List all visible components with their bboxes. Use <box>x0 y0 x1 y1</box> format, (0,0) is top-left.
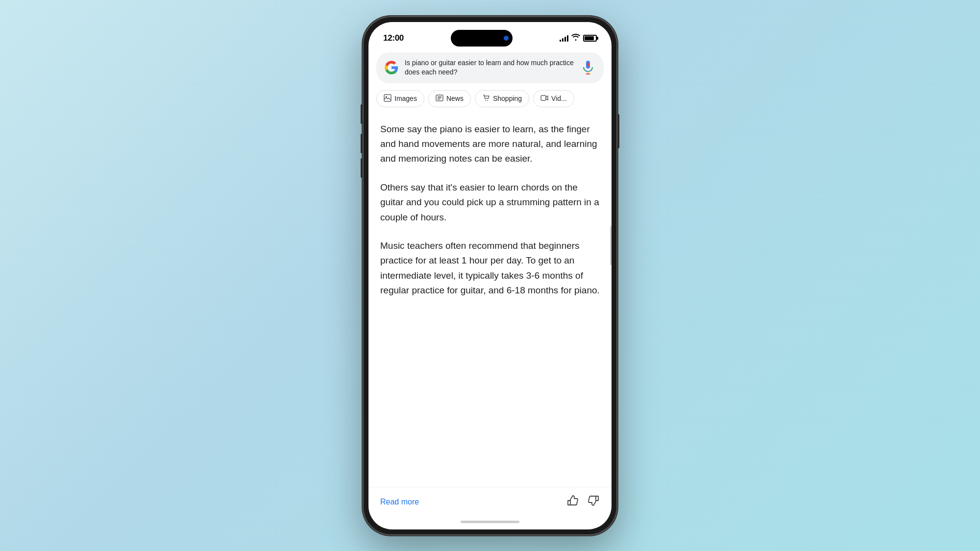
thumbs-down-icon[interactable] <box>587 494 600 510</box>
content-area: Is piano or guitar easier to learn and h… <box>368 48 612 529</box>
phone-wrapper: 12:00 <box>363 16 617 535</box>
status-bar: 12:00 <box>368 22 612 48</box>
home-indicator <box>368 515 612 529</box>
news-chip-label: News <box>446 95 464 102</box>
chip-news[interactable]: News <box>428 90 471 107</box>
videos-chip-label: Vid... <box>551 95 567 102</box>
search-bar[interactable]: Is piano or guitar easier to learn and h… <box>376 52 604 83</box>
thumbs-up-icon[interactable] <box>566 494 579 510</box>
scroll-indicator <box>610 226 612 265</box>
chip-images[interactable]: Images <box>376 90 424 107</box>
answer-content: Some say the piano is easier to learn, a… <box>368 114 612 487</box>
news-chip-icon <box>436 94 443 103</box>
camera-dot <box>504 36 509 41</box>
status-time: 12:00 <box>383 33 404 43</box>
svg-rect-1 <box>587 63 589 67</box>
chip-videos[interactable]: Vid... <box>533 90 574 107</box>
images-chip-label: Images <box>394 95 417 102</box>
answer-paragraph-3: Music teachers often recommend that begi… <box>380 239 600 298</box>
dynamic-island <box>451 30 513 47</box>
answer-paragraph-2: Others say that it's easier to learn cho… <box>380 180 600 225</box>
videos-chip-icon <box>540 94 548 103</box>
read-more-link[interactable]: Read more <box>380 498 419 506</box>
search-query: Is piano or guitar easier to learn and h… <box>405 58 574 77</box>
svg-rect-12 <box>541 96 546 100</box>
images-chip-icon <box>384 94 392 103</box>
svg-point-11 <box>487 100 488 101</box>
mic-icon[interactable] <box>580 60 596 75</box>
answer-paragraph-1: Some say the piano is easier to learn, a… <box>380 122 600 167</box>
shopping-chip-icon <box>482 94 490 103</box>
signal-icon <box>560 35 568 42</box>
bottom-actions: Read more <box>368 487 612 515</box>
filter-chips-row: Images News <box>368 90 612 114</box>
svg-point-10 <box>485 100 486 101</box>
phone-screen: 12:00 <box>368 22 612 529</box>
status-icons <box>560 34 597 42</box>
chip-shopping[interactable]: Shopping <box>475 90 529 107</box>
phone-frame: 12:00 <box>363 16 617 535</box>
home-bar <box>461 521 519 523</box>
wifi-icon <box>571 34 580 42</box>
feedback-icons <box>566 494 600 510</box>
battery-icon <box>583 35 597 42</box>
google-logo <box>384 60 399 75</box>
shopping-chip-label: Shopping <box>493 95 522 102</box>
